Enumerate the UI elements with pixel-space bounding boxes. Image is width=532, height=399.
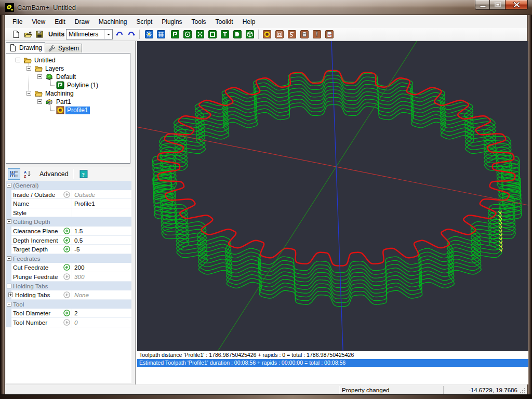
save-file-button[interactable]	[35, 30, 44, 38]
pg-row-cut-feedrate[interactable]: Cut Feedrate200	[6, 263, 131, 272]
tree-expander[interactable]	[26, 66, 31, 71]
menu-toolkit[interactable]: Toolkit	[211, 16, 238, 28]
resize-grip[interactable]	[520, 388, 526, 394]
pg-row-name[interactable]: NameProfile1	[6, 199, 131, 208]
units-combo-dropdown[interactable]	[104, 30, 112, 39]
pg-column-divider	[72, 227, 72, 236]
menu-tools[interactable]: Tools	[187, 16, 211, 28]
open-file-button[interactable]	[24, 30, 32, 38]
property-value[interactable]: 0	[74, 319, 78, 326]
snap-to-grid-button[interactable]	[145, 30, 153, 38]
draw-text-button[interactable]	[221, 30, 229, 38]
pg-row-clearance-plane[interactable]: Clearance Plane1.5	[6, 227, 131, 236]
pg-category-cutting-depth[interactable]: Cutting Depth	[6, 217, 131, 227]
pg-column-divider	[72, 236, 72, 245]
category-collapse-box[interactable]	[7, 284, 11, 288]
draw-rectangle-button[interactable]	[208, 30, 217, 38]
toolpath-scene	[137, 41, 528, 351]
property-value[interactable]: 2	[74, 310, 78, 316]
pg-category-holding-tabs[interactable]: Holding Tabs	[6, 282, 131, 291]
categorized-button[interactable]	[8, 168, 20, 180]
pg-row-inside-outside[interactable]: Inside / OutsideOutside	[6, 190, 131, 200]
tree-expander[interactable]	[37, 74, 42, 79]
show-grid-button[interactable]	[157, 30, 165, 38]
mop-profile-button[interactable]	[263, 30, 271, 38]
mop-pocket-button[interactable]	[275, 30, 284, 38]
tree-label: Layers	[44, 65, 65, 73]
menu-script[interactable]: Script	[132, 16, 157, 28]
draw-polyline-button[interactable]	[171, 30, 179, 38]
tree-node-profile1[interactable]: Profile1	[6, 106, 130, 114]
pg-row-holding-tabs[interactable]: Holding TabsNone	[6, 290, 131, 300]
property-expand-box[interactable]	[8, 292, 13, 297]
pg-category-feedrates[interactable]: Feedrates	[6, 254, 131, 263]
tab-system[interactable]: System	[45, 44, 82, 52]
log-line[interactable]: Estimated Toolpath 'Profile1' duration :…	[137, 359, 528, 367]
property-value[interactable]: Profile1	[74, 200, 95, 207]
menu-machining[interactable]: Machining	[94, 16, 132, 28]
property-value[interactable]: Outside	[74, 191, 95, 198]
pg-row-target-depth[interactable]: Target Depth-5	[6, 245, 131, 254]
draw-surface-button[interactable]	[233, 30, 242, 38]
property-value[interactable]: 200	[74, 264, 85, 271]
tree-node-machining[interactable]: Machining	[6, 89, 130, 98]
alphabetical-sort-button[interactable]: AZ	[21, 168, 34, 180]
undo-button[interactable]	[115, 30, 124, 38]
property-value[interactable]: -5	[74, 246, 79, 252]
tree-node-untitled[interactable]: Untitled	[6, 56, 130, 64]
pg-row-tool-number[interactable]: Tool Number0	[6, 318, 131, 327]
left-panel-tabs: DrawingSystem	[6, 42, 82, 52]
log-line[interactable]: Toolpath distance 'Profile1' : 1786.9875…	[137, 351, 528, 359]
toolbar-grip[interactable]	[6, 30, 9, 38]
property-value[interactable]: None	[74, 291, 89, 298]
help-button[interactable]: ?	[77, 168, 90, 180]
category-collapse-box[interactable]	[7, 183, 11, 188]
property-value[interactable]: 300	[74, 273, 85, 280]
mop-lathe-button[interactable]	[300, 30, 309, 38]
menu-draw[interactable]: Draw	[70, 16, 94, 28]
3d-viewport[interactable]	[137, 41, 528, 351]
pg-indent-strip	[6, 227, 11, 236]
tree-expander[interactable]	[16, 58, 20, 62]
menu-help[interactable]: Help	[238, 16, 260, 28]
category-collapse-box[interactable]	[7, 219, 11, 224]
tree-expander[interactable]	[26, 91, 31, 96]
property-value[interactable]: 1.5	[74, 228, 83, 234]
advanced-toggle[interactable]: Advanced	[34, 170, 71, 178]
new-file-button[interactable]	[12, 30, 20, 38]
tree-node-layers[interactable]: Layers	[6, 64, 130, 73]
maximize-button[interactable]	[490, 0, 506, 10]
tab-drawing[interactable]: Drawing	[6, 42, 45, 52]
units-combo[interactable]: Millimeters	[66, 29, 113, 39]
category-collapse-box[interactable]	[7, 302, 11, 307]
pg-row-depth-increment[interactable]: Depth Increment0.5	[6, 236, 131, 245]
draw-circle-button[interactable]	[183, 30, 192, 38]
redo-button[interactable]	[127, 30, 136, 38]
pg-category-tool[interactable]: Tool	[6, 300, 131, 309]
category-collapse-box[interactable]	[7, 256, 11, 261]
draw-points-button[interactable]	[196, 30, 204, 38]
titlebar[interactable]: CamBam+ Untitled	[0, 0, 532, 15]
property-value[interactable]: 0.5	[74, 237, 83, 244]
tree-expander[interactable]	[37, 99, 42, 104]
close-button[interactable]	[506, 0, 528, 10]
pg-row-plunge-feedrate[interactable]: Plunge Feedrate300	[6, 272, 131, 282]
mop-drill-button[interactable]	[313, 30, 321, 38]
menu-edit[interactable]: Edit	[50, 16, 70, 28]
z-axis	[325, 41, 350, 351]
statusbar-separator	[339, 386, 339, 394]
draw-3d-button[interactable]	[246, 30, 254, 38]
pg-row-tool-diameter[interactable]: Tool Diameter2	[6, 309, 131, 318]
menu-view[interactable]: View	[27, 16, 50, 28]
menu-file[interactable]: File	[8, 16, 27, 28]
pg-category--general-[interactable]: (General)	[6, 181, 131, 190]
mop-gcode-button[interactable]: NC	[325, 30, 334, 38]
tree-node-part1[interactable]: Part1	[6, 98, 130, 106]
menu-plugins[interactable]: Plugins	[157, 16, 187, 28]
tree-node-default[interactable]: Default	[6, 73, 130, 81]
toolbar-grip[interactable]	[141, 30, 144, 38]
tree-node-polyline-1-[interactable]: Polyline (1)	[6, 81, 130, 89]
mop-engrave-button[interactable]	[288, 30, 296, 38]
pg-row-style[interactable]: Style	[6, 208, 131, 218]
minimize-button[interactable]	[475, 0, 490, 10]
